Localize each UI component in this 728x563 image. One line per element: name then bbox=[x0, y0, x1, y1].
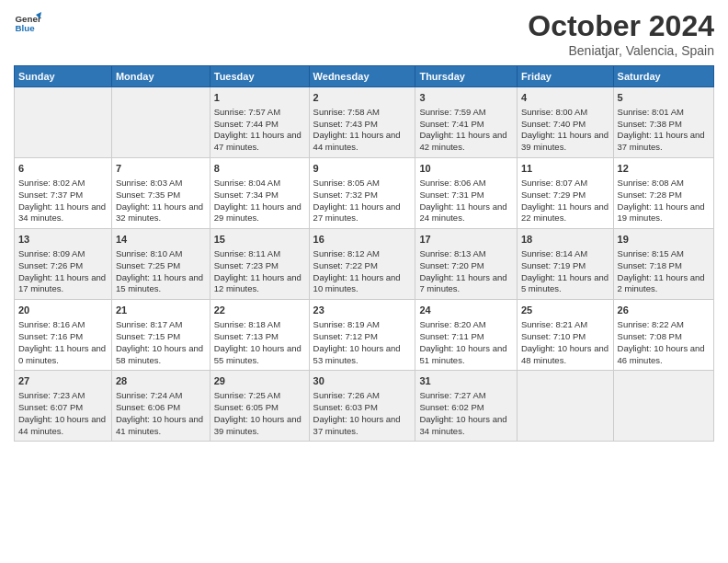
cell-3-6: 26Sunrise: 8:22 AM Sunset: 7:08 PM Dayli… bbox=[613, 300, 713, 371]
month-title: October 2024 bbox=[528, 9, 714, 43]
day-number-4-0: 27 bbox=[18, 374, 108, 388]
day-number-3-4: 24 bbox=[419, 304, 513, 317]
day-number-0-5: 4 bbox=[521, 91, 609, 105]
page-container: General Blue General Blue October 2024 B… bbox=[0, 0, 728, 446]
day-info-2-2: Sunrise: 8:11 AM Sunset: 7:23 PM Dayligh… bbox=[214, 248, 301, 293]
day-info-3-2: Sunrise: 8:18 AM Sunset: 7:13 PM Dayligh… bbox=[214, 319, 301, 364]
header-saturday: Saturday bbox=[613, 66, 713, 87]
day-info-3-1: Sunrise: 8:17 AM Sunset: 7:15 PM Dayligh… bbox=[116, 319, 203, 364]
cell-0-5: 4Sunrise: 8:00 AM Sunset: 7:40 PM Daylig… bbox=[517, 87, 613, 158]
cell-1-6: 12Sunrise: 8:08 AM Sunset: 7:28 PM Dayli… bbox=[613, 158, 713, 229]
cell-4-6 bbox=[613, 371, 713, 442]
day-number-3-0: 20 bbox=[18, 304, 108, 317]
cell-3-1: 21Sunrise: 8:17 AM Sunset: 7:15 PM Dayli… bbox=[111, 300, 210, 371]
cell-2-3: 16Sunrise: 8:12 AM Sunset: 7:22 PM Dayli… bbox=[309, 229, 415, 300]
cell-4-5 bbox=[517, 371, 613, 442]
week-row-2: 13Sunrise: 8:09 AM Sunset: 7:26 PM Dayli… bbox=[15, 229, 714, 300]
day-info-3-3: Sunrise: 8:19 AM Sunset: 7:12 PM Dayligh… bbox=[313, 319, 401, 364]
day-info-1-3: Sunrise: 8:05 AM Sunset: 7:32 PM Dayligh… bbox=[313, 178, 401, 223]
logo-icon: General Blue bbox=[14, 9, 41, 37]
day-number-4-1: 28 bbox=[116, 374, 206, 388]
day-info-0-2: Sunrise: 7:57 AM Sunset: 7:44 PM Dayligh… bbox=[214, 107, 301, 152]
day-info-4-1: Sunrise: 7:24 AM Sunset: 6:06 PM Dayligh… bbox=[116, 390, 203, 435]
cell-0-1 bbox=[111, 87, 210, 158]
day-number-4-3: 30 bbox=[313, 374, 412, 388]
day-number-0-3: 2 bbox=[313, 91, 412, 105]
logo: General Blue General Blue bbox=[14, 9, 41, 37]
calendar-table: Sunday Monday Tuesday Wednesday Thursday… bbox=[14, 65, 714, 442]
day-info-4-0: Sunrise: 7:23 AM Sunset: 6:07 PM Dayligh… bbox=[18, 390, 106, 435]
day-number-3-1: 21 bbox=[116, 304, 206, 317]
cell-1-2: 8Sunrise: 8:04 AM Sunset: 7:34 PM Daylig… bbox=[210, 158, 309, 229]
day-number-3-2: 22 bbox=[214, 304, 305, 317]
day-number-4-2: 29 bbox=[214, 374, 305, 388]
day-info-2-4: Sunrise: 8:13 AM Sunset: 7:20 PM Dayligh… bbox=[419, 248, 506, 293]
day-number-1-4: 10 bbox=[419, 162, 513, 176]
day-info-4-4: Sunrise: 7:27 AM Sunset: 6:02 PM Dayligh… bbox=[419, 390, 506, 435]
header-thursday: Thursday bbox=[415, 66, 518, 87]
header-tuesday: Tuesday bbox=[210, 66, 309, 87]
cell-4-0: 27Sunrise: 7:23 AM Sunset: 6:07 PM Dayli… bbox=[15, 371, 112, 442]
cell-3-5: 25Sunrise: 8:21 AM Sunset: 7:10 PM Dayli… bbox=[517, 300, 613, 371]
cell-2-4: 17Sunrise: 8:13 AM Sunset: 7:20 PM Dayli… bbox=[415, 229, 518, 300]
weekday-header-row: Sunday Monday Tuesday Wednesday Thursday… bbox=[15, 66, 714, 87]
day-number-2-5: 18 bbox=[521, 233, 609, 247]
cell-0-6: 5Sunrise: 8:01 AM Sunset: 7:38 PM Daylig… bbox=[613, 87, 713, 158]
day-number-4-4: 31 bbox=[419, 374, 513, 388]
cell-3-4: 24Sunrise: 8:20 AM Sunset: 7:11 PM Dayli… bbox=[415, 300, 518, 371]
day-number-2-3: 16 bbox=[313, 233, 412, 247]
cell-1-0: 6Sunrise: 8:02 AM Sunset: 7:37 PM Daylig… bbox=[15, 158, 112, 229]
header-wednesday: Wednesday bbox=[309, 66, 415, 87]
day-number-3-5: 25 bbox=[521, 304, 609, 317]
day-number-1-2: 8 bbox=[214, 162, 305, 176]
day-info-0-4: Sunrise: 7:59 AM Sunset: 7:41 PM Dayligh… bbox=[419, 107, 506, 152]
day-info-3-5: Sunrise: 8:21 AM Sunset: 7:10 PM Dayligh… bbox=[521, 319, 609, 364]
week-row-4: 27Sunrise: 7:23 AM Sunset: 6:07 PM Dayli… bbox=[15, 371, 714, 442]
header-sunday: Sunday bbox=[15, 66, 112, 87]
day-info-0-6: Sunrise: 8:01 AM Sunset: 7:38 PM Dayligh… bbox=[618, 107, 705, 152]
week-row-0: 1Sunrise: 7:57 AM Sunset: 7:44 PM Daylig… bbox=[15, 87, 714, 158]
day-info-2-0: Sunrise: 8:09 AM Sunset: 7:26 PM Dayligh… bbox=[18, 248, 106, 293]
cell-0-2: 1Sunrise: 7:57 AM Sunset: 7:44 PM Daylig… bbox=[210, 87, 309, 158]
day-number-1-3: 9 bbox=[313, 162, 412, 176]
day-number-2-2: 15 bbox=[214, 233, 305, 247]
header-monday: Monday bbox=[111, 66, 210, 87]
day-number-3-6: 26 bbox=[618, 304, 710, 317]
cell-0-3: 2Sunrise: 7:58 AM Sunset: 7:43 PM Daylig… bbox=[309, 87, 415, 158]
day-info-4-2: Sunrise: 7:25 AM Sunset: 6:05 PM Dayligh… bbox=[214, 390, 301, 435]
day-number-2-4: 17 bbox=[419, 233, 513, 247]
cell-1-4: 10Sunrise: 8:06 AM Sunset: 7:31 PM Dayli… bbox=[415, 158, 518, 229]
day-info-0-3: Sunrise: 7:58 AM Sunset: 7:43 PM Dayligh… bbox=[313, 107, 401, 152]
cell-1-5: 11Sunrise: 8:07 AM Sunset: 7:29 PM Dayli… bbox=[517, 158, 613, 229]
day-info-2-5: Sunrise: 8:14 AM Sunset: 7:19 PM Dayligh… bbox=[521, 248, 609, 293]
day-info-0-5: Sunrise: 8:00 AM Sunset: 7:40 PM Dayligh… bbox=[521, 107, 609, 152]
cell-2-1: 14Sunrise: 8:10 AM Sunset: 7:25 PM Dayli… bbox=[111, 229, 210, 300]
day-number-0-2: 1 bbox=[214, 91, 305, 105]
cell-1-3: 9Sunrise: 8:05 AM Sunset: 7:32 PM Daylig… bbox=[309, 158, 415, 229]
day-info-1-0: Sunrise: 8:02 AM Sunset: 7:37 PM Dayligh… bbox=[18, 178, 106, 223]
calendar-body: 1Sunrise: 7:57 AM Sunset: 7:44 PM Daylig… bbox=[15, 87, 714, 442]
day-number-1-0: 6 bbox=[18, 162, 108, 176]
cell-3-0: 20Sunrise: 8:16 AM Sunset: 7:16 PM Dayli… bbox=[15, 300, 112, 371]
cell-1-1: 7Sunrise: 8:03 AM Sunset: 7:35 PM Daylig… bbox=[111, 158, 210, 229]
header: General Blue General Blue October 2024 B… bbox=[14, 9, 714, 58]
day-info-4-3: Sunrise: 7:26 AM Sunset: 6:03 PM Dayligh… bbox=[313, 390, 401, 435]
day-number-1-1: 7 bbox=[116, 162, 206, 176]
cell-4-2: 29Sunrise: 7:25 AM Sunset: 6:05 PM Dayli… bbox=[210, 371, 309, 442]
header-friday: Friday bbox=[517, 66, 613, 87]
cell-3-2: 22Sunrise: 8:18 AM Sunset: 7:13 PM Dayli… bbox=[210, 300, 309, 371]
day-number-0-6: 5 bbox=[618, 91, 710, 105]
day-number-2-0: 13 bbox=[18, 233, 108, 247]
location: Beniatjar, Valencia, Spain bbox=[528, 43, 714, 58]
cell-2-0: 13Sunrise: 8:09 AM Sunset: 7:26 PM Dayli… bbox=[15, 229, 112, 300]
cell-0-4: 3Sunrise: 7:59 AM Sunset: 7:41 PM Daylig… bbox=[415, 87, 518, 158]
day-number-1-5: 11 bbox=[521, 162, 609, 176]
week-row-3: 20Sunrise: 8:16 AM Sunset: 7:16 PM Dayli… bbox=[15, 300, 714, 371]
cell-4-3: 30Sunrise: 7:26 AM Sunset: 6:03 PM Dayli… bbox=[309, 371, 415, 442]
cell-2-6: 19Sunrise: 8:15 AM Sunset: 7:18 PM Dayli… bbox=[613, 229, 713, 300]
day-info-2-3: Sunrise: 8:12 AM Sunset: 7:22 PM Dayligh… bbox=[313, 248, 401, 293]
week-row-1: 6Sunrise: 8:02 AM Sunset: 7:37 PM Daylig… bbox=[15, 158, 714, 229]
title-block: October 2024 Beniatjar, Valencia, Spain bbox=[528, 9, 714, 58]
cell-0-0 bbox=[15, 87, 112, 158]
day-number-2-6: 19 bbox=[618, 233, 710, 247]
